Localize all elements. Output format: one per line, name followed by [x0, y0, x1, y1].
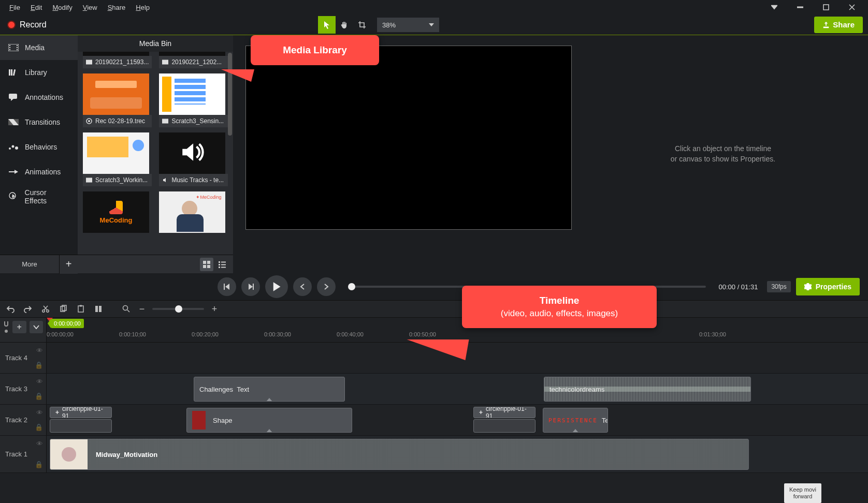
media-item[interactable]: Scratch3_Workin... — [83, 132, 152, 186]
sidebar-item-annotations[interactable]: Annotations — [0, 85, 78, 110]
sidebar-label: Annotations — [25, 93, 63, 101]
svg-rect-41 — [80, 305, 82, 307]
crop-tool-icon[interactable] — [353, 16, 371, 34]
clip-effect[interactable]: +circleripple-01-91 — [473, 407, 536, 418]
sidebar-item-library[interactable]: Library — [0, 60, 78, 85]
menu-share[interactable]: Share — [103, 2, 131, 13]
clip-text[interactable]: persistence Te — [543, 408, 608, 433]
grid-view-icon[interactable] — [200, 258, 213, 271]
video-icon — [86, 59, 92, 65]
lock-icon[interactable]: 🔒 — [35, 361, 43, 369]
sidebar-item-behaviors[interactable]: Behaviors — [0, 135, 78, 159]
svg-point-44 — [123, 306, 128, 310]
clip-placeholder[interactable] — [473, 419, 536, 433]
clip-shape[interactable]: Shape — [186, 408, 352, 433]
eye-icon[interactable]: 👁 — [36, 440, 43, 448]
step-fwd-button[interactable] — [293, 277, 312, 296]
track-header[interactable]: Track 3 👁 🔒 — [0, 374, 47, 404]
paste-icon[interactable] — [76, 304, 86, 314]
menu-file[interactable]: File — [4, 2, 25, 13]
window-close-icon[interactable] — [840, 0, 864, 14]
search-icon[interactable] — [121, 304, 132, 314]
scrollbar-thumb[interactable] — [228, 53, 232, 136]
zoom-out-icon[interactable]: − — [137, 304, 147, 314]
zoom-in-icon[interactable]: + — [209, 304, 220, 314]
share-button[interactable]: Share — [814, 17, 863, 33]
slider-handle[interactable] — [175, 305, 182, 313]
list-view-icon[interactable] — [215, 258, 229, 271]
sidebar-item-animations[interactable]: Animations — [0, 159, 78, 184]
timeline-toolbar: − + — [0, 300, 868, 318]
properties-button[interactable]: Properties — [796, 278, 860, 295]
menu-help[interactable]: Help — [131, 2, 155, 13]
sidebar-item-cursor-effects[interactable]: Cursor Effects — [0, 184, 78, 209]
media-item[interactable]: ✦MeCoding — [159, 191, 228, 233]
menu-modify[interactable]: Modify — [47, 2, 77, 13]
track-lane[interactable]: +circleripple-01-91 Shape +circleripple-… — [47, 405, 868, 435]
magnet-icon[interactable] — [3, 321, 9, 327]
record-button[interactable]: Record — [0, 14, 54, 35]
redo-icon[interactable] — [23, 304, 33, 314]
lock-icon[interactable]: 🔒 — [35, 461, 43, 468]
eye-icon[interactable]: 👁 — [36, 347, 43, 354]
window-dropdown-icon[interactable] — [762, 0, 786, 14]
copy-icon[interactable] — [58, 304, 68, 314]
svg-point-16 — [15, 146, 18, 150]
media-bin-footer — [78, 255, 233, 273]
media-item[interactable]: MeCoding — [83, 191, 152, 233]
track-header[interactable]: Track 2 👁 🔒 — [0, 405, 47, 435]
track-header[interactable]: Track 4 👁 🔒 — [0, 343, 47, 373]
lock-icon[interactable]: 🔒 — [35, 423, 43, 431]
lock-icon[interactable]: 🔒 — [35, 392, 43, 400]
split-icon[interactable] — [93, 304, 104, 314]
playback-time: 00:00 / 01:31 — [718, 283, 758, 291]
add-track-button[interactable]: + — [12, 321, 26, 333]
sidebar-item-media[interactable]: Media — [0, 35, 78, 60]
undo-icon[interactable] — [5, 304, 16, 314]
marker-track-icon[interactable] — [3, 328, 9, 334]
ruler-tick: 0:00:00;00 — [47, 331, 74, 337]
track-header[interactable]: Track 1 👁 🔒 — [0, 436, 47, 472]
clip-thumbnail — [50, 439, 88, 469]
step-back-button[interactable] — [241, 277, 260, 296]
scrubber-handle[interactable] — [348, 283, 355, 290]
track-lane[interactable]: Challenges Text technicolordreams — [47, 374, 868, 404]
window-minimize-icon[interactable] — [788, 0, 812, 14]
sidebar-add-button[interactable]: + — [59, 255, 78, 274]
next-clip-button[interactable] — [317, 277, 336, 296]
timeline-ruler[interactable]: 0:00:00;00 0:00:00;00 0:00:10;00 0:00:20… — [47, 318, 868, 342]
preview-canvas[interactable] — [245, 46, 572, 230]
cursor-tool-icon[interactable] — [318, 16, 336, 34]
clip-audio[interactable]: technicolordreams — [544, 377, 751, 402]
track-row: Track 3 👁 🔒 Challenges Text technicolord… — [0, 374, 868, 405]
svg-rect-24 — [203, 261, 206, 264]
canvas-zoom-select[interactable]: 38% — [377, 18, 439, 32]
sidebar-more-button[interactable]: More — [0, 260, 59, 268]
clip-video[interactable]: Midway_Motivation — [50, 439, 749, 470]
clip-effect[interactable]: +circleripple-01-91 — [50, 407, 112, 418]
playback-fps[interactable]: 30fps — [767, 281, 790, 292]
cut-icon[interactable] — [40, 304, 51, 314]
timeline-zoom-slider[interactable] — [152, 308, 204, 310]
annotation-callout-timeline: Timeline (video, audio, effects, images) — [462, 286, 657, 328]
play-button[interactable] — [265, 275, 288, 298]
media-item[interactable]: 20190221_1202... — [159, 52, 228, 68]
track-lane[interactable]: Midway_Motivation — [47, 436, 868, 472]
pan-tool-icon[interactable] — [336, 16, 353, 34]
sidebar-item-transitions[interactable]: Transitions — [0, 110, 78, 135]
sidebar-label: Transitions — [25, 118, 60, 126]
eye-icon[interactable]: 👁 — [36, 378, 43, 386]
media-item[interactable]: 20190221_11593... — [83, 52, 152, 68]
media-bin-grid[interactable]: 20190221_11593... 20190221_1202... Rec 0… — [78, 52, 233, 255]
clip-placeholder[interactable] — [50, 419, 112, 433]
menu-view[interactable]: View — [78, 2, 103, 13]
media-item[interactable]: Rec 02-28-19.trec — [83, 73, 152, 127]
media-item[interactable]: Music Tracks - te... — [159, 132, 228, 186]
playhead-time[interactable]: 0:00:00;00 — [51, 319, 84, 328]
track-menu-button[interactable] — [30, 321, 44, 333]
clip-text[interactable]: Challenges Text — [194, 377, 345, 402]
eye-icon[interactable]: 👁 — [36, 409, 43, 417]
menu-edit[interactable]: Edit — [25, 2, 47, 13]
prev-clip-button[interactable] — [218, 277, 236, 296]
window-maximize-icon[interactable] — [814, 0, 838, 14]
